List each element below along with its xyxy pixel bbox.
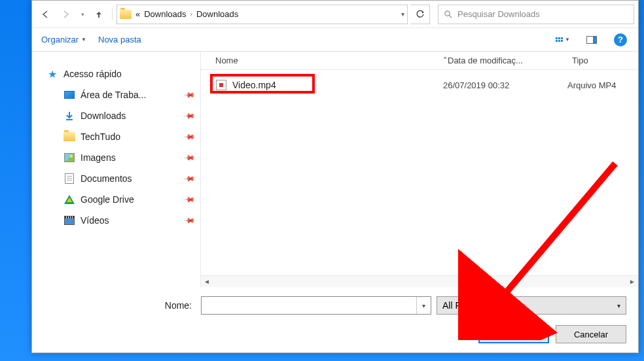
pin-icon: 📌	[183, 109, 195, 122]
sidebar-item-gdrive[interactable]: Google Drive 📌	[32, 189, 200, 210]
address-dropdown[interactable]: ▾	[401, 10, 404, 18]
sidebar-quick-access[interactable]: ★ Acesso rápido	[32, 63, 200, 84]
desktop-icon	[63, 89, 75, 101]
search-icon	[444, 10, 452, 18]
filename-dropdown[interactable]: ▾	[416, 297, 431, 314]
refresh-button[interactable]	[410, 5, 430, 24]
star-icon: ★	[46, 68, 58, 80]
up-button[interactable]	[90, 5, 108, 24]
mp4-file-icon	[215, 79, 227, 91]
sidebar: ★ Acesso rápido Área de Traba... 📌 Downl…	[32, 52, 201, 287]
column-name[interactable]: Nome	[201, 56, 443, 65]
filename-label: Nome:	[44, 300, 196, 311]
preview-pane-button[interactable]	[583, 31, 600, 48]
file-modified: 26/07/2019 00:32	[443, 80, 567, 90]
search-input[interactable]: Pesquisar Downloads	[438, 5, 634, 24]
sort-indicator: ˄	[443, 56, 448, 65]
file-type: Arquivo MP4	[567, 80, 638, 90]
forward-button[interactable]	[57, 5, 75, 24]
breadcrumb-item[interactable]: Downloads	[196, 9, 238, 19]
chevron-right-icon[interactable]: ›	[190, 10, 192, 18]
pin-icon: 📌	[183, 88, 195, 101]
new-folder-button[interactable]: Nova pasta	[98, 35, 141, 44]
main-area: ★ Acesso rápido Área de Traba... 📌 Downl…	[32, 52, 638, 287]
pin-icon: 📌	[183, 193, 195, 205]
column-headers: Nome ˄ Data de modificaç... Tipo	[201, 52, 638, 70]
breadcrumb-back[interactable]: «	[135, 9, 140, 19]
gdrive-icon	[63, 194, 75, 205]
sidebar-item-videos[interactable]: Vídeos 📌	[32, 210, 200, 231]
chevron-down-icon: ▼	[81, 37, 86, 43]
chevron-down-icon: ▾	[617, 302, 620, 309]
filename-input[interactable]: ▾	[201, 296, 431, 315]
sidebar-item-images[interactable]: Imagens 📌	[32, 147, 200, 168]
sidebar-item-documents[interactable]: Documentos 📌	[32, 168, 200, 189]
pin-icon: 📌	[183, 214, 195, 226]
horizontal-scrollbar[interactable]: ◄ ►	[201, 275, 638, 287]
back-button[interactable]	[36, 5, 54, 24]
video-icon	[63, 215, 75, 226]
recent-dropdown[interactable]: ▾	[78, 5, 87, 24]
folder-icon	[63, 131, 75, 143]
bottom-panel: Nome: ▾ All Files (*) ▾ Abrir Cancelar	[32, 287, 638, 352]
pin-icon: 📌	[183, 172, 195, 184]
scroll-right-arrow[interactable]: ►	[626, 276, 638, 288]
breadcrumb-item[interactable]: Downloads	[144, 9, 186, 19]
address-bar[interactable]: « Downloads › Downloads ▾	[116, 5, 408, 24]
file-area: Nome ˄ Data de modificaç... Tipo Video.m…	[201, 52, 638, 287]
chevron-down-icon: ▼	[565, 37, 570, 43]
column-type[interactable]: Tipo	[572, 56, 638, 65]
file-row[interactable]: Video.mp4 26/07/2019 00:32 Arquivo MP4	[201, 75, 638, 95]
cancel-button[interactable]: Cancelar	[556, 325, 626, 343]
download-icon	[63, 110, 75, 122]
column-modified[interactable]: Data de modificaç...	[448, 56, 572, 65]
pin-icon: 📌	[183, 130, 195, 143]
svg-line-1	[449, 15, 452, 18]
file-open-dialog: ▾ « Downloads › Downloads ▾ Pesquisar Do…	[31, 0, 639, 353]
filetype-select[interactable]: All Files (*) ▾	[437, 296, 626, 315]
image-icon	[63, 152, 75, 163]
sidebar-item-downloads[interactable]: Downloads 📌	[32, 105, 200, 126]
document-icon	[63, 173, 75, 184]
open-button[interactable]: Abrir	[478, 325, 549, 343]
sidebar-item-techtudo[interactable]: TechTudo 📌	[32, 126, 200, 147]
file-name: Video.mp4	[232, 80, 276, 90]
scroll-left-arrow[interactable]: ◄	[201, 276, 213, 288]
toolbar: Organizar▼ Nova pasta ▼ ?	[32, 28, 638, 52]
address-row: ▾ « Downloads › Downloads ▾ Pesquisar Do…	[32, 1, 638, 28]
help-button[interactable]: ?	[612, 31, 629, 48]
help-icon: ?	[614, 33, 627, 46]
view-mode-button[interactable]: ▼	[554, 31, 571, 48]
svg-point-0	[445, 11, 450, 16]
sidebar-item-desktop[interactable]: Área de Traba... 📌	[32, 84, 200, 105]
folder-icon	[120, 9, 132, 20]
file-list[interactable]: Video.mp4 26/07/2019 00:32 Arquivo MP4	[201, 70, 638, 275]
pin-icon: 📌	[183, 151, 195, 163]
organize-menu[interactable]: Organizar▼	[41, 35, 86, 44]
